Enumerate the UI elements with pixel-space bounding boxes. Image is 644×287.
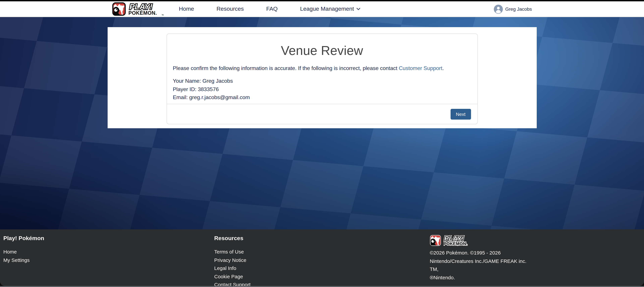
play-pokemon-logo-icon xyxy=(112,2,126,16)
footer-logo-icon xyxy=(430,235,441,246)
nav-container: PLAY! POKÉMON. TM Home Resources FAQ Lea… xyxy=(108,1,536,17)
nav-item-resources[interactable]: Resources xyxy=(216,6,244,12)
copyright-line-1: ©2026 Pokémon. ©1995 - 2026 xyxy=(430,249,530,257)
footer-link-cookie-page[interactable]: Cookie Page xyxy=(214,273,425,281)
copyright-line-2: Nintendo/Creatures Inc./GAME FREAK inc. … xyxy=(430,257,530,274)
footer-logo-wordmark: PLAY! PLAY! POKÉMON. POKÉMON. xyxy=(444,235,473,246)
footer-column-play-pokemon: Play! Pokémon Home My Settings xyxy=(3,235,214,286)
footer-heading-play-pokemon: Play! Pokémon xyxy=(3,235,214,242)
top-black-strip xyxy=(0,0,644,1)
page: PLAY! POKÉMON. TM Home Resources FAQ Lea… xyxy=(0,0,644,287)
bottom-edge-strip xyxy=(0,286,644,287)
player-id-value: 3833576 xyxy=(198,86,219,92)
customer-support-link[interactable]: Customer Support xyxy=(399,65,442,71)
email-value: greg.r.jacobs@gmail.com xyxy=(189,94,250,100)
venue-review-card: Venue Review Please confirm the followin… xyxy=(166,33,478,124)
your-name-value: Greg Jacobs xyxy=(202,78,233,84)
next-button[interactable]: Next xyxy=(450,109,471,119)
logo-play-text: PLAY! xyxy=(129,2,152,11)
footer-link-legal-info[interactable]: Legal Info xyxy=(214,264,425,273)
footer-column-legal: PLAY! PLAY! POKÉMON. POKÉMON. ©2026 Poké… xyxy=(425,235,641,286)
footer-column-resources: Resources Terms of Use Privacy Notice Le… xyxy=(214,235,425,286)
nav-item-league-management-label: League Management xyxy=(300,6,354,12)
footer-link-home[interactable]: Home xyxy=(3,248,214,256)
footer-link-terms-of-use[interactable]: Terms of Use xyxy=(214,248,425,256)
confirmation-instructions: Please confirm the following information… xyxy=(173,65,471,72)
your-name-label: Your Name: xyxy=(173,78,201,84)
chevron-down-icon xyxy=(356,8,360,10)
footer-link-my-settings[interactable]: My Settings xyxy=(3,256,214,264)
logo-tm-mark: TM xyxy=(162,14,164,16)
content-panel: Venue Review Please confirm the followin… xyxy=(108,27,536,128)
footer-link-privacy-notice[interactable]: Privacy Notice xyxy=(214,256,425,264)
logo-pokemon-text: POKÉMON. xyxy=(128,10,157,16)
play-pokemon-logo[interactable]: PLAY! POKÉMON. TM xyxy=(112,2,164,16)
site-footer: Play! Pokémon Home My Settings Resources… xyxy=(0,229,644,287)
player-id-label: Player ID: xyxy=(173,86,196,92)
email-label: Email: xyxy=(173,94,188,100)
user-menu[interactable]: Greg Jacobs xyxy=(494,4,532,13)
card-footer: Next xyxy=(167,104,477,124)
copyright-line-3: ®Nintendo. xyxy=(430,274,530,282)
your-name-line: Your Name: Greg Jacobs xyxy=(173,77,471,85)
page-title: Venue Review xyxy=(173,43,471,58)
footer-content: Play! Pokémon Home My Settings Resources… xyxy=(0,229,644,286)
player-id-line: Player ID: 3833576 xyxy=(173,85,471,93)
footer-heading-resources: Resources xyxy=(214,235,425,242)
copyright-text: ©2026 Pokémon. ©1995 - 2026 Nintendo/Cre… xyxy=(430,249,530,282)
play-pokemon-logo-wordmark: PLAY! POKÉMON. TM xyxy=(128,2,164,16)
user-name: Greg Jacobs xyxy=(505,6,532,12)
main-navbar: PLAY! POKÉMON. TM Home Resources FAQ Lea… xyxy=(0,1,644,17)
intro-text: Please confirm the following information… xyxy=(173,65,399,71)
venue-review-card-body: Venue Review Please confirm the followin… xyxy=(167,34,477,104)
footer-logo-pokemon-text: POKÉMON. xyxy=(444,241,467,246)
nav-item-faq[interactable]: FAQ xyxy=(266,6,278,12)
nav-item-home[interactable]: Home xyxy=(179,6,194,12)
intro-text-end: . xyxy=(442,65,444,71)
nav-item-league-management[interactable]: League Management xyxy=(300,6,360,12)
main-background: Venue Review Please confirm the followin… xyxy=(0,17,644,229)
email-line: Email: greg.r.jacobs@gmail.com xyxy=(173,93,471,102)
user-avatar-icon xyxy=(494,4,503,13)
footer-logo: PLAY! PLAY! POKÉMON. POKÉMON. xyxy=(430,235,641,246)
primary-nav: Home Resources FAQ League Management xyxy=(179,6,360,12)
footer-logo-play-text: PLAY! xyxy=(444,235,464,242)
